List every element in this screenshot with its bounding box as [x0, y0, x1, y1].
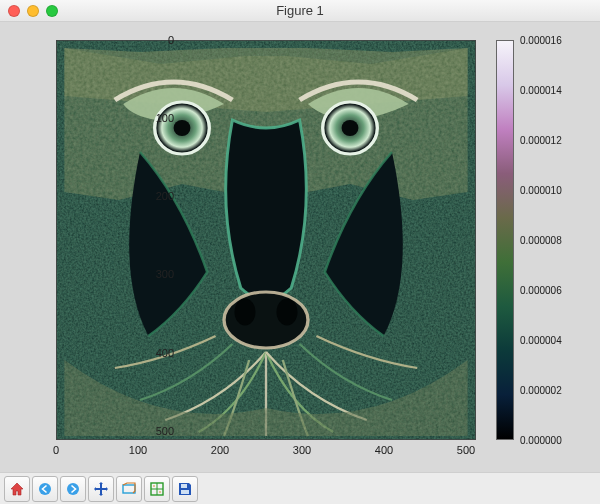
x-tick-label: 0 [41, 444, 71, 456]
y-tick-label: 100 [144, 112, 174, 124]
colorbar-tick-label: 0.000006 [520, 285, 590, 296]
subplots-icon [149, 481, 165, 497]
colorbar-tick-label: 0.000016 [520, 35, 590, 46]
back-icon [37, 481, 53, 497]
y-tick-label: 500 [144, 425, 174, 437]
colorbar-tick-label: 0.000014 [520, 85, 590, 96]
svg-point-6 [174, 120, 191, 136]
forward-button[interactable] [60, 476, 86, 502]
svg-rect-20 [181, 490, 189, 494]
colorbar-gradient [497, 41, 513, 439]
window-titlebar: Figure 1 [0, 0, 600, 22]
x-tick-label: 100 [123, 444, 153, 456]
colorbar [496, 40, 514, 440]
colorbar-tick-label: 0.000010 [520, 185, 590, 196]
subplots-button[interactable] [144, 476, 170, 502]
colorbar-tick-label: 0.000002 [520, 385, 590, 396]
home-button[interactable] [4, 476, 30, 502]
y-tick-label: 400 [144, 347, 174, 359]
svg-point-10 [277, 298, 298, 325]
svg-point-14 [67, 483, 79, 495]
back-button[interactable] [32, 476, 58, 502]
pan-button[interactable] [88, 476, 114, 502]
pan-icon [93, 481, 109, 497]
y-tick-label: 0 [144, 34, 174, 46]
zoom-button[interactable] [116, 476, 142, 502]
svg-point-13 [39, 483, 51, 495]
figure-canvas: 0 100 200 300 400 500 0 100 200 300 400 … [0, 22, 600, 472]
home-icon [9, 481, 25, 497]
zoom-icon [121, 481, 137, 497]
colorbar-tick-label: 0.000012 [520, 135, 590, 146]
y-tick-label: 300 [144, 268, 174, 280]
plot-axes[interactable] [56, 40, 476, 440]
plot-image [56, 40, 476, 440]
save-icon [177, 481, 193, 497]
colorbar-tick-label: 0.000008 [520, 235, 590, 246]
svg-point-9 [235, 298, 256, 325]
x-tick-label: 500 [451, 444, 481, 456]
svg-rect-15 [123, 485, 135, 493]
x-tick-label: 300 [287, 444, 317, 456]
colorbar-tick-label: 0.000000 [520, 435, 590, 446]
window-title: Figure 1 [0, 3, 600, 18]
y-tick-label: 200 [144, 190, 174, 202]
save-button[interactable] [172, 476, 198, 502]
x-tick-label: 400 [369, 444, 399, 456]
x-tick-label: 200 [205, 444, 235, 456]
matplotlib-toolbar [0, 472, 600, 504]
forward-icon [65, 481, 81, 497]
colorbar-tick-label: 0.000004 [520, 335, 590, 346]
svg-rect-19 [181, 484, 187, 488]
svg-point-7 [342, 120, 359, 136]
